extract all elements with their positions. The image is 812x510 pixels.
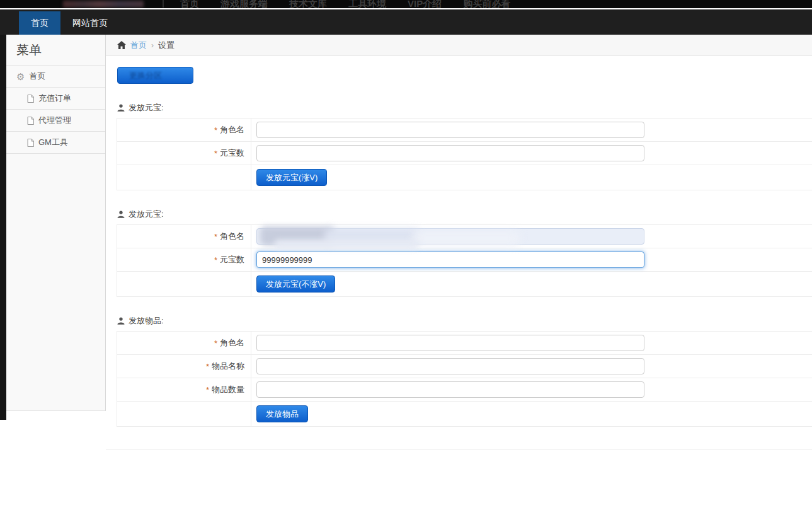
field-label: * 物品数量 <box>117 378 251 401</box>
required-mark: * <box>206 385 209 395</box>
issue-items-button[interactable]: 发放物品 <box>256 405 308 422</box>
nav-item-before-buy[interactable]: 购买前必看 <box>463 0 510 8</box>
role-name-input-censored[interactable] <box>256 228 644 245</box>
tab-bar: 首页 网站首页 <box>0 9 812 35</box>
field-label-empty <box>117 272 251 296</box>
field-label-text: 元宝数 <box>220 254 244 265</box>
field-label: * 角色名 <box>117 225 251 248</box>
form-row: * 元宝数 <box>117 248 812 272</box>
form-row: 发放物品 <box>117 402 812 427</box>
sidebar-item-gm-tools[interactable]: GM工具 <box>6 132 105 154</box>
item-role-name-input[interactable] <box>256 335 644 351</box>
breadcrumb-home-link[interactable]: 首页 <box>130 40 147 51</box>
sidebar-left-strip <box>0 35 6 420</box>
required-mark: * <box>214 149 217 158</box>
field-label-text: 角色名 <box>220 231 244 242</box>
field-label-text: 物品数量 <box>212 384 244 395</box>
sidebar-item-label: GM工具 <box>38 137 68 148</box>
site-logo-blurred[interactable] <box>63 1 144 8</box>
person-icon <box>117 317 125 325</box>
sidebar-item-label: 首页 <box>29 71 45 82</box>
person-icon <box>117 211 125 218</box>
form-row: * 元宝数 <box>117 142 812 165</box>
file-icon <box>27 95 34 103</box>
breadcrumb-separator: › <box>151 41 154 50</box>
sidebar-item-label: 充值订单 <box>38 93 71 104</box>
tab-home[interactable]: 首页 <box>19 11 60 35</box>
change-partition-label: 更换分区 <box>122 70 189 81</box>
file-icon <box>27 117 34 125</box>
main-content: 首页 › 设置 更换分区 发放元宝: * 角色名 * 元宝数 <box>106 35 812 510</box>
sidebar-item-label: 代理管理 <box>38 115 71 126</box>
field-label-text: 物品名称 <box>212 361 244 372</box>
field-label-text: 元宝数 <box>220 148 244 159</box>
field-cell <box>251 332 812 354</box>
breadcrumb-current-page: 设置 <box>158 40 174 51</box>
sidebar-item-home[interactable]: ⚙ 首页 <box>6 66 105 88</box>
field-cell <box>251 378 812 401</box>
field-label-empty <box>117 402 251 426</box>
section-title-issue-yuanbao-1: 发放元宝: <box>117 102 812 113</box>
nav-item-vip[interactable]: VIP介绍 <box>408 0 442 8</box>
person-icon <box>117 104 125 112</box>
sidebar-item-agent-management[interactable]: 代理管理 <box>6 110 105 132</box>
form-issue-items: * 角色名 * 物品名称 * 物品数量 <box>117 331 812 427</box>
field-label: * 角色名 <box>117 332 251 354</box>
form-row: 发放元宝(不涨V) <box>117 272 812 297</box>
form-row: 发放元宝(涨V) <box>117 165 812 190</box>
tab-site-home[interactable]: 网站首页 <box>60 11 120 35</box>
issue-yuanbao-raise-v-button[interactable]: 发放元宝(涨V) <box>256 169 327 186</box>
item-name-input[interactable] <box>256 358 644 374</box>
home-icon <box>117 41 126 49</box>
topbar-divider <box>163 0 164 8</box>
field-cell <box>251 248 812 271</box>
gear-icon: ⚙ <box>16 72 25 81</box>
toolbar: 更换分区 <box>117 67 812 84</box>
field-label-text: 角色名 <box>220 124 244 136</box>
footer-divider <box>106 449 812 449</box>
form-row: * 物品数量 <box>117 378 812 402</box>
form-row: * 角色名 <box>117 332 812 355</box>
yuanbao-count-input-focused[interactable] <box>256 252 644 268</box>
role-name-input[interactable] <box>256 122 644 138</box>
field-label: * 元宝数 <box>117 142 251 165</box>
sidebar-item-recharge-orders[interactable]: 充值订单 <box>6 88 105 110</box>
section-title-text: 发放元宝: <box>129 102 164 113</box>
field-label: * 物品名称 <box>117 355 251 378</box>
form-row: * 物品名称 <box>117 355 812 378</box>
field-label-empty <box>117 165 251 190</box>
sidebar-title: 菜单 <box>6 35 105 66</box>
change-partition-button[interactable]: 更换分区 <box>117 67 193 84</box>
required-mark: * <box>214 255 217 265</box>
item-quantity-input[interactable] <box>256 381 644 398</box>
top-site-bar: 首页 游戏服务端 技术文库 工具环境 VIP介绍 购买前必看 <box>0 0 812 8</box>
nav-item-tools[interactable]: 工具环境 <box>348 0 386 8</box>
field-cell: 发放元宝(不涨V) <box>251 272 812 296</box>
field-cell <box>251 119 812 141</box>
field-label: * 元宝数 <box>117 248 251 271</box>
file-icon <box>27 139 34 147</box>
section-title-issue-items: 发放物品: <box>117 315 812 327</box>
field-cell: 发放元宝(涨V) <box>251 165 812 190</box>
section-title-text: 发放物品: <box>129 315 164 327</box>
yuanbao-count-input[interactable] <box>256 145 644 161</box>
top-navigation: 首页 游戏服务端 技术文库 工具环境 VIP介绍 购买前必看 <box>180 0 510 8</box>
nav-item-game-server[interactable]: 游戏服务端 <box>220 0 268 8</box>
field-cell <box>251 142 812 165</box>
field-label: * 角色名 <box>117 119 251 141</box>
field-label-text: 角色名 <box>220 337 244 349</box>
nav-item-home[interactable]: 首页 <box>180 0 199 8</box>
section-title-text: 发放元宝: <box>129 209 164 220</box>
nav-item-tech-docs[interactable]: 技术文库 <box>289 0 327 8</box>
sidebar-menu: 菜单 ⚙ 首页 充值订单 代理管理 GM工具 <box>6 35 106 411</box>
form-row: * 角色名 <box>117 119 812 142</box>
required-mark: * <box>214 232 217 241</box>
required-mark: * <box>214 339 217 348</box>
form-issue-yuanbao-2: * 角色名 * 元宝数 <box>117 224 812 297</box>
required-mark: * <box>214 125 217 135</box>
form-issue-yuanbao-1: * 角色名 * 元宝数 发放元宝(涨V) <box>117 118 812 190</box>
form-row: * 角色名 <box>117 225 812 248</box>
issue-yuanbao-no-raise-v-button[interactable]: 发放元宝(不涨V) <box>256 275 335 293</box>
section-title-issue-yuanbao-2: 发放元宝: <box>117 209 812 220</box>
required-mark: * <box>206 362 209 371</box>
